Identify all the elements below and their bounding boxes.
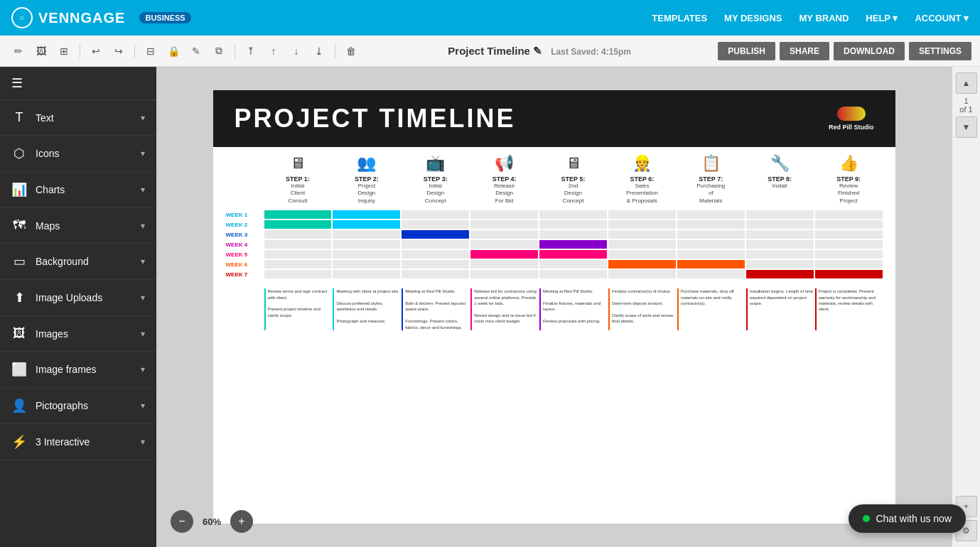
step-2-number: STEP 2: [355, 175, 379, 183]
sidebar-label-image-frames: Image frames [36, 364, 97, 375]
chevron-down-icon-7: ▾ [141, 329, 145, 339]
step-2-label: ProjectDesignInquiry [357, 183, 375, 205]
step-col-4: 📢 STEP 4: ReleaseDesignFor Bid [470, 154, 538, 205]
interactive-icon: ⚡ [11, 434, 27, 450]
logo-text: VENNGAGE [38, 10, 125, 26]
image-frames-icon: ⬜ [11, 362, 27, 377]
step-4-label: ReleaseDesignFor Bid [494, 183, 515, 205]
toolbar-btn-grid[interactable]: ⊞ [54, 41, 74, 61]
sidebar-item-interactive[interactable]: ⚡ 3 Interactive ▾ [0, 424, 156, 460]
toolbar-btn-undo[interactable]: ↩ [86, 41, 106, 61]
download-button[interactable]: DOWNLOAD [834, 42, 905, 60]
menu-icon: ☰ [11, 75, 23, 91]
step-5-label: 2ndDesignConcept [563, 183, 584, 205]
step-2-icon: 👥 [357, 154, 376, 173]
chat-label: Chat with us now [876, 513, 952, 524]
note-4: Release bid for contractors using severa… [470, 288, 538, 330]
step-8-number: STEP 8: [768, 175, 792, 183]
note-3: Meeting at Red Pill Studio.Bath & kitche… [402, 288, 469, 330]
toolbar-btn-delete[interactable]: 🗑 [341, 41, 361, 61]
publish-button[interactable]: PUBLISH [718, 42, 775, 60]
note-6: Finalize contractor(s) of choice.Determi… [608, 288, 676, 330]
toolbar-btn-redo[interactable]: ↪ [109, 41, 129, 61]
nav-link-mybrand[interactable]: MY BRAND [799, 13, 849, 23]
sidebar-item-charts[interactable]: 📊 Charts ▾ [0, 172, 156, 208]
step-3-label: InitialDesignConcept [425, 183, 446, 205]
step-8-label: Install [772, 183, 787, 190]
zoom-in-button[interactable]: + [230, 510, 253, 533]
step-3-number: STEP 3: [424, 175, 448, 183]
share-button[interactable]: SHARE [780, 42, 829, 60]
main-layout: ☰ T Text ▾ ⬡ Icons ▾ 📊 Charts ▾ 🗺 [0, 67, 980, 547]
step-9-number: STEP 9: [836, 175, 861, 183]
step-col-7: 📋 STEP 7: PurchasingofMaterials [677, 154, 745, 205]
week-7-label: WEEK 7 [226, 271, 263, 278]
text-icon: T [11, 110, 27, 125]
note-1: Review terms and sign contract with clie… [264, 288, 332, 330]
chevron-down-icon: ▾ [141, 113, 145, 123]
sidebar-item-maps[interactable]: 🗺 Maps ▾ [0, 208, 156, 244]
sidebar-item-background[interactable]: ▭ Background ▾ [0, 244, 156, 280]
step-8-icon: 🔧 [770, 154, 790, 173]
sidebar-label-charts: Charts [36, 184, 65, 195]
nav-link-help[interactable]: HELP ▾ [866, 13, 898, 23]
week-1-label: WEEK 1 [226, 212, 263, 218]
step-5-icon: 🖥 [566, 154, 581, 173]
infographic: PROJECT TIMELINE Red Pill Studio 🖥 STEP … [213, 90, 895, 524]
step-7-icon: 📋 [701, 154, 721, 173]
sidebar-item-image-frames[interactable]: ⬜ Image frames ▾ [0, 352, 156, 388]
zoom-level: 60% [198, 516, 226, 527]
sidebar-menu-button[interactable]: ☰ [0, 67, 156, 100]
toolbar-btn-lock[interactable]: 🔒 [163, 41, 183, 61]
nav-link-account[interactable]: ACCOUNT ▾ [915, 13, 969, 23]
step-6-label: SalesPresentation& Proposals [626, 183, 658, 205]
settings-button[interactable]: SETTINGS [909, 42, 971, 60]
chat-online-indicator [863, 515, 870, 522]
step-7-label: PurchasingofMaterials [696, 183, 725, 205]
toolbar-saved: Last Saved: 4:15pm [551, 47, 631, 57]
logo-icon: ○ [11, 7, 33, 28]
chevron-down-icon-5: ▾ [141, 256, 145, 266]
toolbar-btn-edit[interactable]: ✎ [186, 41, 206, 61]
step-3-icon: 📺 [426, 154, 445, 173]
step-9-icon: 👍 [839, 154, 858, 173]
toolbar-btn-move-up[interactable]: ↑ [264, 41, 284, 61]
sidebar-item-image-uploads[interactable]: ⬆ Image Uploads ▾ [0, 280, 156, 316]
toolbar-btn-pencil[interactable]: ✏ [9, 41, 28, 61]
canvas-area[interactable]: PROJECT TIMELINE Red Pill Studio 🖥 STEP … [156, 67, 952, 547]
step-6-number: STEP 6: [630, 175, 654, 183]
note-5: Meeting at Red Pill Studio.Finalize fixt… [539, 288, 607, 330]
image-uploads-icon: ⬆ [11, 290, 27, 305]
logo: ○ VENNGAGE [11, 7, 125, 28]
zoom-out-button[interactable]: − [171, 510, 193, 533]
chat-widget[interactable]: Chat with us now [849, 504, 966, 533]
step-6-icon: 👷 [632, 154, 652, 173]
toolbar-btn-move-bottom[interactable]: ⤓ [309, 41, 329, 61]
nav-link-mydesigns[interactable]: MY DESIGNS [724, 13, 782, 23]
toolbar-btn-move-top[interactable]: ⤒ [241, 41, 261, 61]
toolbar-btn-image[interactable]: 🖼 [31, 41, 51, 61]
toolbar: ✏ 🖼 ⊞ ↩ ↪ ⊟ 🔒 ✎ ⧉ ⤒ ↑ ↓ ⤓ 🗑 Project Time… [0, 36, 980, 67]
sidebar-item-icons[interactable]: ⬡ Icons ▾ [0, 136, 156, 172]
infographic-header: PROJECT TIMELINE Red Pill Studio [213, 90, 895, 147]
sidebar: ☰ T Text ▾ ⬡ Icons ▾ 📊 Charts ▾ 🗺 [0, 67, 156, 547]
step-1-number: STEP 1: [286, 175, 310, 183]
chevron-down-icon-6: ▾ [141, 293, 145, 303]
icons-icon: ⬡ [11, 146, 27, 161]
scroll-up-button[interactable]: ▲ [956, 72, 977, 94]
sidebar-item-images[interactable]: 🖼 Images ▾ [0, 316, 156, 352]
background-icon: ▭ [11, 254, 27, 269]
sidebar-item-pictographs[interactable]: 👤 Pictographs ▾ [0, 388, 156, 424]
sidebar-label-maps: Maps [36, 220, 60, 232]
chevron-down-icon-10: ▾ [141, 437, 145, 447]
scroll-down-button[interactable]: ▼ [956, 117, 977, 138]
logo-text-infographic: Red Pill Studio [829, 124, 874, 131]
nav-link-templates[interactable]: TEMPLATES [652, 13, 707, 23]
infographic-logo: Red Pill Studio [829, 107, 874, 131]
toolbar-btn-copy[interactable]: ⧉ [209, 41, 229, 61]
step-4-number: STEP 4: [492, 175, 517, 183]
toolbar-btn-crop[interactable]: ⊟ [141, 41, 161, 61]
toolbar-btn-move-down[interactable]: ↓ [286, 41, 306, 61]
sidebar-item-text[interactable]: T Text ▾ [0, 100, 156, 136]
week-4-label: WEEK 4 [226, 242, 263, 248]
